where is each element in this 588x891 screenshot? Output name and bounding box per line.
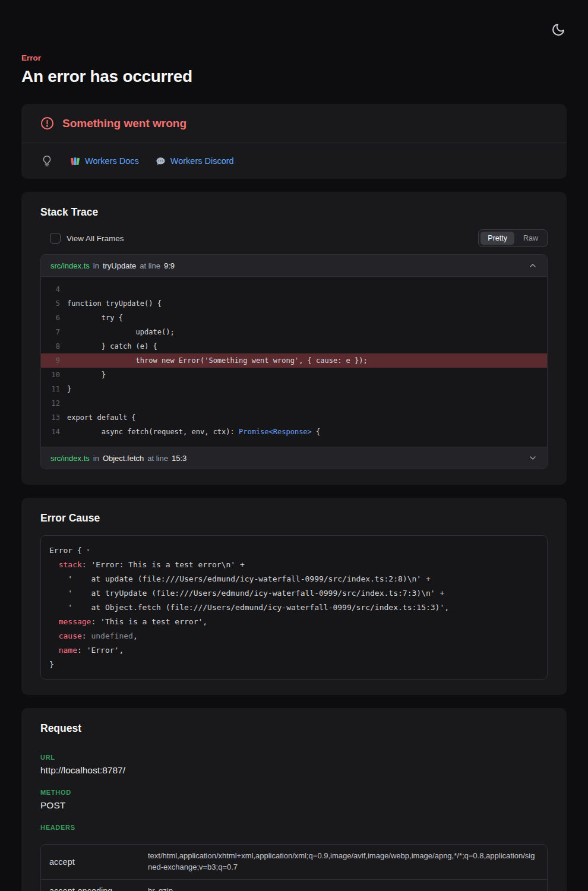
cause-line: }: [49, 658, 539, 672]
view-all-frames-toggle[interactable]: View All Frames: [50, 233, 124, 244]
cause-line: Error { ▾: [49, 543, 539, 558]
url-label: URL: [40, 754, 548, 761]
method-field: METHOD POST: [40, 789, 548, 811]
chevron-down-icon: [528, 453, 538, 463]
frame-position: 9:9: [164, 261, 175, 270]
pretty-button[interactable]: Pretty: [480, 232, 514, 245]
stack-trace-heading: Stack Trace: [40, 206, 548, 219]
frame-function: Object.fetch: [103, 454, 144, 463]
header-row: accepttext/html,application/xhtml+xml,ap…: [41, 845, 547, 880]
code-block: 45function tryUpdate() {6 try {7 update(…: [41, 277, 547, 447]
cause-line: ' at update (file:///Users/edmund/icy-wa…: [49, 572, 539, 586]
headers-table: accepttext/html,application/xhtml+xml,ap…: [40, 844, 548, 891]
error-eyebrow: Error: [21, 0, 567, 62]
cause-line: cause: undefined,: [49, 629, 539, 643]
workers-docs-label: Workers Docs: [85, 156, 139, 166]
frame-at-word: at line: [140, 261, 160, 270]
header-name: accept-encoding: [41, 880, 148, 891]
method-label: METHOD: [40, 789, 548, 796]
stack-trace-panel: Stack Trace View All Frames Pretty Raw s…: [21, 192, 567, 485]
stack-frame-container: src/index.ts in tryUpdate at line 9:9 45…: [40, 254, 548, 469]
stack-frame-footer[interactable]: src/index.ts in Object.fetch at line 15:…: [41, 447, 547, 469]
format-toggle: Pretty Raw: [478, 229, 548, 247]
code-line: 5function tryUpdate() {: [41, 296, 547, 311]
alert-panel: Something went wrong Workers Docs Worker…: [21, 104, 567, 179]
url-value: http://localhost:8787/: [40, 765, 548, 776]
code-line: 7 update();: [41, 325, 547, 339]
frame-position: 15:3: [172, 454, 186, 463]
code-line: 4: [41, 282, 547, 296]
raw-button[interactable]: Raw: [516, 232, 545, 245]
request-heading: Request: [40, 722, 548, 735]
workers-discord-label: Workers Discord: [170, 156, 234, 166]
error-page: Error An error has occurred Something we…: [0, 0, 588, 891]
headers-field: HEADERS: [40, 824, 548, 831]
frame-file: src/index.ts: [50, 454, 90, 463]
frame-at-word: at line: [147, 454, 168, 463]
header-row: accept-encodingbr, gzip: [41, 880, 547, 891]
request-panel: Request URL http://localhost:8787/ METHO…: [21, 708, 567, 891]
code-line: 13export default {: [41, 410, 547, 425]
code-line: 9 throw new Error('Something went wrong'…: [41, 353, 547, 368]
header-value: text/html,application/xhtml+xml,applicat…: [148, 845, 547, 879]
url-field: URL http://localhost:8787/: [40, 754, 548, 776]
stack-trace-toolbar: View All Frames Pretty Raw: [40, 229, 548, 247]
cause-line: ' at tryUpdate (file:///Users/edmund/icy…: [49, 586, 539, 601]
alert-title: Something went wrong: [62, 117, 186, 130]
code-line: 10 }: [41, 368, 547, 382]
page-title: An error has occurred: [21, 67, 567, 86]
checkbox-icon[interactable]: [50, 233, 61, 244]
view-all-frames-label: View All Frames: [67, 234, 124, 243]
frame-in-word: in: [93, 261, 99, 270]
frame-function: tryUpdate: [103, 261, 136, 270]
code-line: 8 } catch (e) {: [41, 339, 547, 353]
header-value: br, gzip: [148, 880, 547, 891]
header-name: accept: [41, 851, 148, 873]
theme-toggle-button[interactable]: [550, 21, 567, 40]
method-value: POST: [40, 800, 548, 811]
error-cause-heading: Error Cause: [40, 512, 548, 525]
alert-circle-icon: [40, 116, 54, 130]
speech-balloon-icon: [156, 156, 166, 166]
books-icon: [70, 156, 80, 166]
error-cause-panel: Error Cause Error { ▾ stack: 'Error: Thi…: [21, 498, 567, 695]
cause-line: message: 'This is a test error',: [49, 615, 539, 629]
workers-docs-link[interactable]: Workers Docs: [70, 156, 139, 166]
lightbulb-icon: [40, 154, 53, 168]
code-line: 14 async fetch(request, env, ctx): Promi…: [41, 425, 547, 439]
stack-frame-header[interactable]: src/index.ts in tryUpdate at line 9:9: [41, 255, 547, 277]
cause-line: name: 'Error',: [49, 643, 539, 658]
moon-icon: [551, 23, 565, 37]
headers-label: HEADERS: [40, 824, 548, 831]
chevron-up-icon: [528, 261, 538, 270]
workers-discord-link[interactable]: Workers Discord: [156, 156, 234, 166]
code-line: 6 try {: [41, 311, 547, 325]
cause-line: stack: 'Error: This is a test error\n' +: [49, 558, 539, 572]
frame-in-word: in: [93, 454, 99, 463]
error-cause-block: Error { ▾ stack: 'Error: This is a test …: [40, 535, 548, 680]
cause-line: ' at Object.fetch (file:///Users/edmund/…: [49, 601, 539, 615]
code-line: 11}: [41, 382, 547, 396]
code-line: 12: [41, 396, 547, 410]
frame-file: src/index.ts: [50, 261, 90, 270]
